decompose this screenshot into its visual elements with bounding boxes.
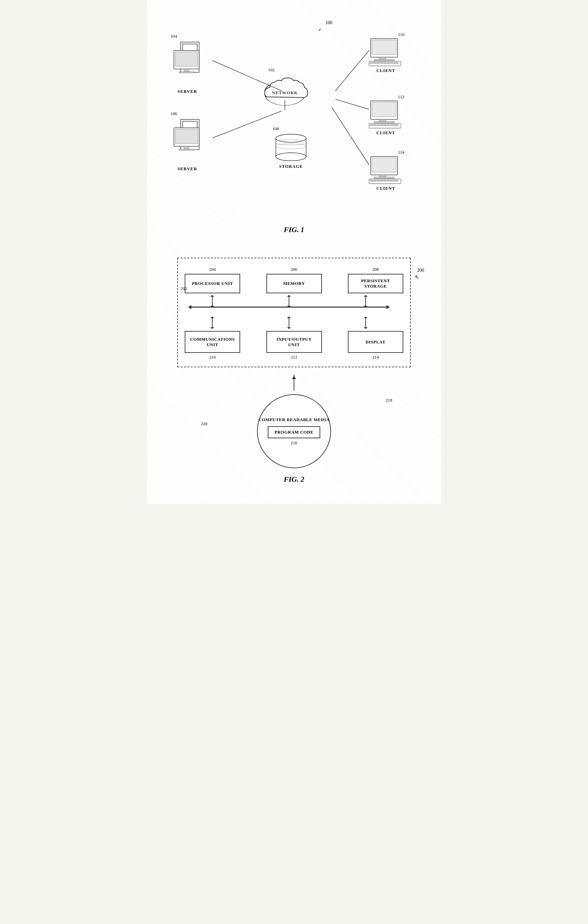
storage-icon — [273, 132, 309, 162]
server-106-box: 106 SERVER — [170, 111, 204, 172]
ref-216: 216 — [291, 440, 297, 446]
client-112-icon — [367, 100, 404, 129]
svg-marker-103 — [363, 317, 368, 318]
svg-rect-72 — [373, 180, 376, 181]
server-106-icon — [170, 118, 204, 165]
client-110-box: 110 CLIENT — [367, 32, 404, 73]
svg-rect-73 — [377, 180, 380, 181]
ref-204: 204 — [209, 267, 216, 272]
svg-marker-97 — [210, 317, 214, 318]
ref-214: 214 — [372, 355, 379, 360]
svg-rect-62 — [383, 124, 386, 126]
fig2-diagram: 200 ↖ 202 204 PROCESSOR UNIT 206 MEMORY — [160, 257, 428, 484]
fig1-label: FIG. 1 — [160, 225, 428, 234]
svg-line-81 — [335, 50, 369, 91]
ref-206: 206 — [291, 267, 297, 272]
svg-marker-88 — [287, 295, 291, 297]
server-106-label: SERVER — [170, 166, 204, 172]
ref-106: 106 — [170, 111, 204, 116]
ref-208: 208 — [372, 267, 379, 272]
svg-marker-94 — [188, 305, 192, 309]
svg-rect-58 — [370, 124, 373, 126]
bus-arrows-bottom — [185, 312, 403, 329]
svg-rect-21 — [175, 129, 198, 144]
svg-rect-75 — [383, 180, 386, 181]
arrow-200: ↖ — [415, 274, 419, 280]
svg-marker-91 — [363, 295, 368, 297]
svg-line-82 — [335, 99, 369, 109]
memory-box: MEMORY — [266, 274, 322, 293]
ref-102: 102 — [268, 67, 312, 73]
svg-marker-95 — [386, 305, 390, 309]
storage-box: 108 STORAGE — [273, 126, 309, 169]
client-114-icon — [367, 156, 404, 184]
client-110-icon — [367, 38, 404, 67]
client-112-box: 112 CLIENT — [367, 94, 404, 135]
ref-202: 202 — [181, 286, 187, 291]
server-104-label: SERVER — [170, 89, 204, 94]
svg-rect-47 — [377, 62, 380, 64]
ref-210: 210 — [209, 355, 216, 360]
server-104-icon — [170, 40, 204, 87]
svg-point-37 — [276, 134, 306, 142]
svg-rect-67 — [372, 158, 396, 172]
client-110-label: CLIENT — [367, 68, 404, 73]
svg-rect-55 — [379, 119, 386, 121]
svg-marker-106 — [292, 376, 296, 379]
ref-200: 200 — [417, 268, 424, 273]
svg-rect-50 — [387, 62, 390, 64]
svg-marker-104 — [363, 327, 368, 329]
svg-rect-78 — [393, 180, 398, 181]
svg-rect-46 — [373, 62, 376, 64]
svg-text:NETWORK: NETWORK — [272, 90, 298, 95]
svg-rect-22 — [184, 146, 189, 149]
client-114-box: 114 CLIENT — [367, 150, 404, 191]
svg-rect-60 — [377, 124, 380, 126]
svg-rect-71 — [370, 180, 373, 181]
svg-line-80 — [213, 111, 282, 138]
svg-rect-10 — [184, 69, 189, 72]
svg-rect-65 — [393, 124, 398, 126]
display-box: DISPLAY — [348, 331, 403, 353]
svg-rect-11 — [179, 72, 194, 73]
ref-220: 220 — [201, 421, 208, 427]
svg-rect-51 — [390, 62, 393, 64]
svg-rect-48 — [380, 62, 383, 64]
computer-readable-media-circle: COMPUTER READABLE MEDIA PROGRAM CODE 216 — [257, 394, 331, 468]
svg-rect-42 — [379, 57, 386, 59]
ref-100: 100 — [325, 20, 332, 26]
svg-line-83 — [332, 108, 369, 165]
arrow-100: ↙ — [319, 27, 322, 32]
fig1-diagram: 100 ↙ 104 SERVER — [160, 13, 428, 222]
svg-rect-63 — [387, 124, 390, 126]
svg-rect-59 — [373, 124, 376, 126]
computer-readable-media-label: COMPUTER READABLE MEDIA — [259, 417, 330, 423]
dashed-container: 202 204 PROCESSOR UNIT 206 MEMORY 208 PE… — [177, 257, 411, 367]
svg-marker-101 — [287, 327, 291, 329]
persistent-storage-box: PERSISTENT STORAGE — [348, 274, 403, 293]
svg-rect-49 — [383, 62, 386, 64]
svg-rect-9 — [175, 52, 198, 66]
ref-218: 218 — [386, 398, 393, 403]
client-112-label: CLIENT — [367, 130, 404, 135]
svg-rect-54 — [372, 102, 396, 117]
svg-rect-77 — [390, 180, 393, 181]
svg-rect-41 — [372, 40, 396, 54]
ref-112: 112 — [367, 94, 404, 99]
svg-rect-76 — [387, 180, 390, 181]
program-code-box: PROGRAM CODE — [268, 426, 320, 438]
svg-point-36 — [276, 153, 306, 161]
network-cloud-icon: NETWORK — [258, 73, 312, 114]
svg-rect-45 — [370, 62, 373, 64]
storage-label: STORAGE — [273, 164, 309, 169]
server-104-box: 104 SERVER — [170, 34, 204, 94]
ref-212: 212 — [291, 355, 297, 360]
svg-rect-52 — [393, 62, 398, 64]
arrow-to-media — [281, 374, 307, 394]
client-114-label: CLIENT — [367, 186, 404, 191]
svg-rect-64 — [390, 124, 393, 126]
ref-110: 110 — [367, 32, 404, 37]
svg-rect-23 — [179, 149, 194, 150]
network-box: 102 NETWORK — [258, 67, 312, 115]
media-section: 220 218 COMPUTER READABLE MEDIA PROGRAM … — [160, 394, 428, 468]
